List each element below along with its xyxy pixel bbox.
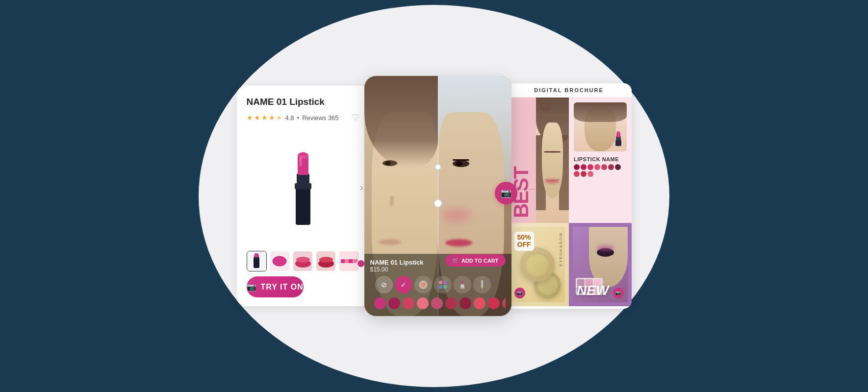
mini-swatch-2[interactable] [587,164,593,170]
ar-product-name: NAME 01 Lipstick [370,259,424,266]
svg-rect-2 [297,173,309,187]
main-circle: NAME 01 Lipstick ★ ★ ★ ★ ★ 4.8 • Reviews… [199,5,669,387]
try-on-label: TRY IT ON [261,283,304,292]
svg-rect-18 [443,281,447,284]
svg-rect-17 [439,281,442,284]
svg-rect-23 [461,281,463,284]
mini-swatch-0[interactable] [574,164,580,170]
new-label: NEW [577,283,609,298]
mini-swatches [574,164,627,177]
svg-rect-19 [439,285,442,289]
camera-icon-btn: 📷 [247,282,257,292]
swatch-1[interactable] [388,297,400,309]
brochure-body: BEST [507,98,632,306]
lipstick-product-image [281,147,325,227]
svg-point-12 [296,257,310,263]
ar-product-info: NAME 01 Lipstick $15.00 [370,259,424,273]
tool-blush[interactable] [414,276,432,294]
swatch-4[interactable] [431,297,443,309]
svg-rect-0 [296,186,310,225]
wishlist-icon[interactable]: ♡ [352,112,359,123]
tool-liner[interactable] [473,276,491,294]
svg-point-14 [319,257,333,263]
divider-circle-bottom [434,199,442,208]
mini-swatch-8[interactable] [581,171,587,177]
thumb-1[interactable] [270,251,290,271]
star-1: ★ [247,114,253,122]
rating-value: 4.8 [285,114,294,122]
brochure-best-section: BEST [507,98,569,223]
camera-ar-to-brochure[interactable]: 📷 [495,182,517,204]
rating-dot: • [297,114,300,122]
next-arrow-icon[interactable]: › [360,181,363,193]
product-title: NAME 01 Lipstick [247,97,359,107]
svg-rect-20 [443,285,447,289]
brochure-new-section: NEW 📷 [569,223,632,306]
color-swatches-row [370,295,506,313]
svg-rect-29 [617,131,620,134]
try-on-button[interactable]: 📷 TRY IT ON [247,276,304,297]
star-2: ★ [254,114,260,122]
svg-rect-24 [481,280,483,287]
mini-swatch-9[interactable] [587,171,593,177]
ar-bottom-overlay: NAME 01 Lipstick $15.00 🛒 ADD TO CART ⊘ [364,254,511,316]
swatch-5[interactable] [445,297,457,309]
brochure-panel: DIGITAL BROCHURE BEST [507,83,632,309]
divider-circle-top [434,164,441,171]
mini-swatch-7[interactable] [574,171,580,177]
cart-icon: 🛒 [452,257,459,264]
add-to-cart-label: ADD TO CART [461,258,499,264]
mini-swatch-1[interactable] [581,164,587,170]
panels-container: NAME 01 Lipstick ★ ★ ★ ★ ★ 4.8 • Reviews… [237,76,632,316]
mini-swatch-5[interactable] [608,164,614,170]
brochure-header: DIGITAL BROCHURE [507,83,632,98]
tool-confirm[interactable]: ✓ [395,276,412,294]
svg-rect-5 [300,157,302,166]
best-image-area: 📷 [536,98,569,223]
product-image-area: › [247,128,359,246]
mini-swatch-4[interactable] [601,164,607,170]
swatch-2[interactable] [403,297,414,309]
tool-lipstick[interactable] [454,276,471,294]
swatch-0[interactable] [374,297,386,309]
mini-swatch-6[interactable] [615,164,621,170]
stars: ★ ★ ★ ★ ★ [247,114,282,122]
svg-rect-8 [255,253,258,257]
ar-product-price: $15.00 [370,266,424,273]
ar-panel: NAME 01 Lipstick $15.00 🛒 ADD TO CART ⊘ [364,76,511,316]
brochure-lipstick-section: LIPSTICK NAME [569,98,632,223]
swatch-7[interactable] [474,297,485,309]
thumbnails-row [247,251,359,271]
svg-point-16 [421,283,426,287]
swatch-9[interactable] [502,297,506,309]
mini-swatch-3[interactable] [594,164,600,170]
star-3: ★ [261,114,268,122]
add-to-cart-button[interactable]: 🛒 ADD TO CART [445,254,506,267]
brochure-camera-2[interactable]: 📷 [514,288,525,298]
conn-line [517,189,535,190]
tool-palette[interactable] [434,276,452,294]
reviews-count: Reviews 365 [302,114,338,122]
brochure-camera-3[interactable]: 📷 [613,288,624,298]
ar-background: NAME 01 Lipstick $15.00 🛒 ADD TO CART ⊘ [364,76,511,316]
thumb-4[interactable] [339,251,359,271]
star-5-half: ★ [276,114,282,122]
ar-tools-row: ⊘ ✓ [370,273,506,295]
lipstick-name-label: LIPSTICK NAME [574,156,627,162]
tool-cancel[interactable]: ⊘ [375,276,393,294]
thumb-0[interactable] [247,251,267,271]
product-card: NAME 01 Lipstick ★ ★ ★ ★ ★ 4.8 • Reviews… [237,86,369,306]
rating-row: ★ ★ ★ ★ ★ 4.8 • Reviews 365 ♡ [247,112,359,123]
thumb-2[interactable] [293,251,313,271]
swatch-6[interactable] [460,297,471,309]
swatch-3[interactable] [417,297,429,309]
star-4: ★ [269,114,275,122]
ar-panel-wrapper: NAME 01 Lipstick $15.00 🛒 ADD TO CART ⊘ [369,76,507,316]
thumb-3[interactable] [316,251,336,271]
swatch-8[interactable] [488,297,500,309]
ar-product-row: NAME 01 Lipstick $15.00 🛒 ADD TO CART [370,259,506,273]
svg-marker-25 [481,287,483,289]
brochure-eyeshadow-section: 50%OFF EYESHADOW 📷 [507,223,569,306]
